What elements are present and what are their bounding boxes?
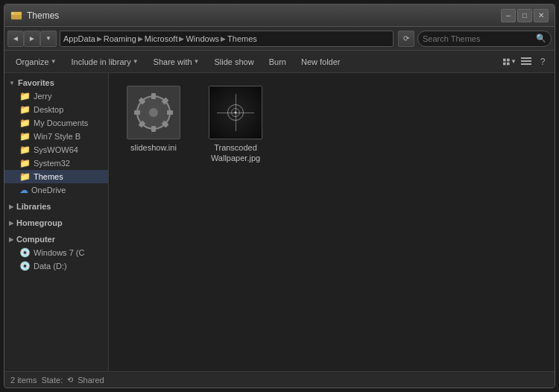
minimize-button[interactable]: – bbox=[501, 9, 516, 22]
svg-point-2 bbox=[12, 13, 13, 14]
nav-buttons: ◄ ► ▼ bbox=[7, 31, 57, 47]
favorites-arrow: ▼ bbox=[9, 80, 15, 86]
organize-dropdown-icon: ▼ bbox=[51, 58, 57, 65]
path-arrow-2: ▶ bbox=[138, 35, 143, 42]
toolbar: Organize ▼ Include in library ▼ Share wi… bbox=[4, 51, 555, 73]
details-view-button[interactable] bbox=[519, 54, 534, 69]
favorites-header[interactable]: ▼ Favorites bbox=[4, 76, 108, 89]
jpg-preview bbox=[209, 86, 262, 139]
svg-rect-8 bbox=[521, 60, 531, 62]
recent-button[interactable]: ▼ bbox=[40, 31, 57, 47]
folder-icon: 📁 bbox=[19, 104, 31, 115]
share-with-dropdown-icon: ▼ bbox=[194, 58, 200, 65]
back-button[interactable]: ◄ bbox=[7, 31, 24, 47]
path-arrow-1: ▶ bbox=[97, 35, 102, 42]
forward-button[interactable]: ► bbox=[24, 31, 40, 47]
onedrive-icon: ☁ bbox=[19, 185, 28, 195]
details-icon bbox=[521, 57, 531, 66]
favorites-section: ▼ Favorites 📁 Jerry 📁 Desktop 📁 My Docum… bbox=[4, 76, 108, 197]
file-name-ini: slideshow.ini bbox=[130, 142, 177, 153]
close-button[interactable]: ✕ bbox=[534, 9, 549, 22]
main-area: ▼ Favorites 📁 Jerry 📁 Desktop 📁 My Docum… bbox=[4, 73, 555, 371]
crosshair-container bbox=[217, 94, 254, 131]
sidebar-item-win7style[interactable]: 📁 Win7 Style B bbox=[4, 130, 108, 143]
svg-rect-14 bbox=[167, 110, 173, 115]
view-arrow: ▼ bbox=[511, 58, 517, 65]
computer-arrow: ▶ bbox=[9, 236, 13, 243]
libraries-section: ▶ Libraries bbox=[4, 200, 108, 213]
folder-icon: 📁 bbox=[19, 118, 31, 128]
include-library-button[interactable]: Include in library ▼ bbox=[65, 54, 145, 70]
view-dropdown-button[interactable]: ▼ bbox=[502, 54, 517, 69]
share-with-button[interactable]: Share with ▼ bbox=[147, 54, 206, 70]
view-buttons: ▼ ? bbox=[502, 54, 550, 69]
path-arrow-3: ▶ bbox=[179, 35, 184, 42]
svg-rect-18 bbox=[134, 110, 140, 115]
drive-icon: 💿 bbox=[19, 247, 31, 258]
path-microsoft[interactable]: Microsoft bbox=[145, 34, 178, 43]
sidebar-item-datad[interactable]: 💿 Data (D:) bbox=[4, 259, 108, 273]
slide-show-button[interactable]: Slide show bbox=[207, 54, 260, 70]
sidebar-item-system32[interactable]: 📁 System32 bbox=[4, 157, 108, 170]
content-area: slideshow.ini bbox=[109, 73, 555, 371]
sidebar-item-jerry[interactable]: 📁 Jerry bbox=[4, 89, 108, 103]
shared-icon: ⟲ bbox=[67, 376, 73, 384]
folder-icon: 📁 bbox=[19, 91, 31, 101]
path-appdata[interactable]: AppData bbox=[63, 34, 95, 43]
address-path[interactable]: AppData ▶ Roaming ▶ Microsoft ▶ Windows … bbox=[60, 31, 394, 47]
crosshair-dot bbox=[235, 112, 237, 114]
window-icon bbox=[10, 10, 22, 22]
title-controls: – □ ✕ bbox=[501, 9, 549, 22]
svg-rect-16 bbox=[151, 126, 156, 132]
homegroup-header[interactable]: ▶ Homegroup bbox=[4, 216, 108, 230]
libraries-arrow: ▶ bbox=[9, 203, 13, 210]
svg-rect-9 bbox=[521, 63, 531, 65]
svg-rect-6 bbox=[507, 62, 510, 65]
computer-header[interactable]: ▶ Computer bbox=[4, 233, 108, 246]
address-bar: ◄ ► ▼ AppData ▶ Roaming ▶ Microsoft ▶ Wi… bbox=[4, 27, 555, 51]
sidebar-item-windows7[interactable]: 💿 Windows 7 (C bbox=[4, 246, 108, 259]
homegroup-arrow: ▶ bbox=[9, 220, 13, 227]
file-item-slideshow-ini[interactable]: slideshow.ini bbox=[116, 80, 191, 169]
file-name-jpg: Transcoded Wallpaper.jpg bbox=[203, 142, 268, 164]
title-bar: Themes – □ ✕ bbox=[4, 4, 555, 27]
libraries-header[interactable]: ▶ Libraries bbox=[4, 200, 108, 213]
file-icon-ini bbox=[127, 86, 180, 139]
folder-icon: 📁 bbox=[19, 158, 31, 168]
ini-file-icon bbox=[131, 90, 176, 135]
svg-rect-5 bbox=[503, 62, 506, 65]
search-icon: 🔍 bbox=[536, 34, 546, 43]
status-bar: 2 items State: ⟲ Shared bbox=[4, 371, 555, 388]
sidebar: ▼ Favorites 📁 Jerry 📁 Desktop 📁 My Docum… bbox=[4, 73, 109, 371]
organize-button[interactable]: Organize ▼ bbox=[9, 54, 63, 70]
file-icon-jpg bbox=[209, 86, 262, 139]
path-roaming[interactable]: Roaming bbox=[104, 34, 136, 43]
new-folder-button[interactable]: New folder bbox=[294, 54, 347, 70]
path-windows[interactable]: Windows bbox=[186, 34, 219, 43]
sidebar-item-desktop[interactable]: 📁 Desktop bbox=[4, 103, 108, 116]
item-count: 2 items bbox=[10, 376, 37, 385]
maximize-button[interactable]: □ bbox=[517, 9, 532, 22]
folder-icon: 📁 bbox=[19, 145, 31, 155]
drive-icon: 💿 bbox=[19, 261, 31, 271]
sidebar-item-syswow64[interactable]: 📁 SysWOW64 bbox=[4, 143, 108, 157]
path-arrow-4: ▶ bbox=[221, 35, 226, 42]
window-title: Themes bbox=[27, 10, 59, 21]
state-label: State: bbox=[41, 376, 63, 385]
burn-button[interactable]: Burn bbox=[262, 54, 293, 70]
path-themes[interactable]: Themes bbox=[227, 34, 257, 43]
search-box[interactable]: 🔍 bbox=[417, 31, 552, 47]
svg-rect-4 bbox=[507, 58, 510, 61]
sidebar-item-onedrive[interactable]: ☁ OneDrive bbox=[4, 183, 108, 197]
sidebar-item-themes[interactable]: 📁 Themes bbox=[4, 170, 108, 183]
refresh-button[interactable]: ⟳ bbox=[398, 31, 414, 47]
search-input[interactable] bbox=[423, 34, 533, 43]
sidebar-item-mydocuments[interactable]: 📁 My Documents bbox=[4, 116, 108, 130]
svg-rect-3 bbox=[503, 58, 506, 61]
file-item-wallpaper-jpg[interactable]: Transcoded Wallpaper.jpg bbox=[198, 80, 273, 169]
view-icon bbox=[503, 57, 511, 66]
title-bar-left: Themes bbox=[10, 10, 59, 22]
svg-point-21 bbox=[149, 108, 158, 117]
computer-section: ▶ Computer 💿 Windows 7 (C 💿 Data (D:) bbox=[4, 233, 108, 273]
help-button[interactable]: ? bbox=[535, 54, 550, 69]
